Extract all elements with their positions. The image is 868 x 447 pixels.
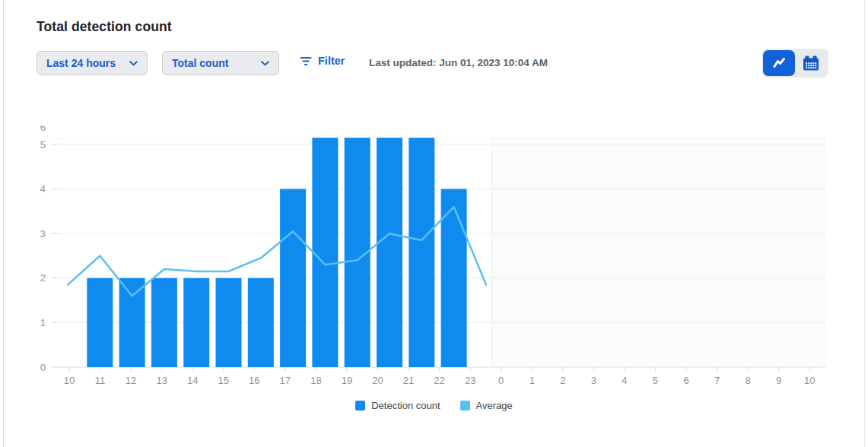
detection-count-chart: 0123456101112131415161718192021222301234… (0, 99, 868, 426)
time-range-value: Last 24 hours (46, 57, 116, 69)
line-chart-view-button[interactable] (763, 50, 795, 76)
page-title: Total detection count (37, 19, 172, 35)
svg-text:9: 9 (776, 375, 781, 386)
svg-text:21: 21 (403, 375, 414, 386)
svg-text:0: 0 (40, 362, 46, 373)
svg-text:2: 2 (40, 272, 46, 284)
filter-icon (300, 55, 312, 67)
svg-text:22: 22 (434, 375, 444, 386)
svg-text:2: 2 (560, 375, 565, 386)
svg-text:12: 12 (126, 375, 136, 386)
svg-text:0: 0 (498, 375, 504, 386)
legend-swatch-average (460, 401, 470, 411)
legend-label-average: Average (476, 400, 513, 411)
svg-text:6: 6 (683, 375, 688, 386)
svg-text:3: 3 (591, 375, 596, 386)
legend-item-average[interactable]: Average (460, 400, 513, 411)
calendar-icon (803, 55, 819, 71)
svg-text:19: 19 (342, 375, 352, 386)
last-updated-label: Last updated: (369, 57, 437, 68)
chevron-down-icon (261, 61, 269, 66)
svg-text:7: 7 (714, 375, 720, 386)
metric-value: Total count (172, 57, 228, 69)
svg-text:4: 4 (40, 183, 46, 195)
svg-text:3: 3 (40, 228, 46, 239)
svg-text:23: 23 (465, 375, 475, 386)
chevron-down-icon (129, 61, 138, 66)
legend-label-detection-count: Detection count (371, 400, 440, 411)
svg-text:10: 10 (64, 375, 75, 386)
svg-text:8: 8 (745, 375, 750, 386)
svg-text:16: 16 (249, 375, 259, 386)
calendar-view-button[interactable] (795, 50, 827, 76)
svg-text:20: 20 (372, 375, 383, 386)
svg-text:5: 5 (40, 139, 46, 151)
svg-text:5: 5 (653, 375, 658, 386)
filter-button[interactable]: Filter (300, 55, 345, 67)
filter-label: Filter (318, 55, 345, 67)
legend-swatch-detection-count (355, 401, 365, 411)
svg-text:11: 11 (95, 375, 106, 386)
time-range-select[interactable]: Last 24 hours (37, 51, 148, 75)
svg-text:4: 4 (622, 375, 627, 386)
metric-select[interactable]: Total count (162, 51, 279, 75)
last-updated-text: Last updated: Jun 01, 2023 10:04 AM (369, 57, 548, 68)
svg-text:14: 14 (187, 375, 198, 386)
svg-text:1: 1 (40, 317, 46, 328)
svg-text:10: 10 (804, 375, 815, 386)
svg-text:13: 13 (156, 375, 167, 386)
line-chart-icon (771, 55, 787, 71)
chart-legend: Detection count Average (0, 400, 868, 411)
svg-text:1: 1 (529, 375, 535, 386)
last-updated-value: Jun 01, 2023 10:04 AM (439, 57, 548, 68)
svg-text:18: 18 (310, 375, 321, 386)
svg-text:17: 17 (280, 375, 291, 386)
detection-count-panel: Total detection count Last 24 hours Tota… (0, 0, 868, 447)
legend-item-detection-count[interactable]: Detection count (355, 400, 440, 411)
view-toggle (761, 49, 828, 78)
svg-text:15: 15 (218, 375, 229, 386)
